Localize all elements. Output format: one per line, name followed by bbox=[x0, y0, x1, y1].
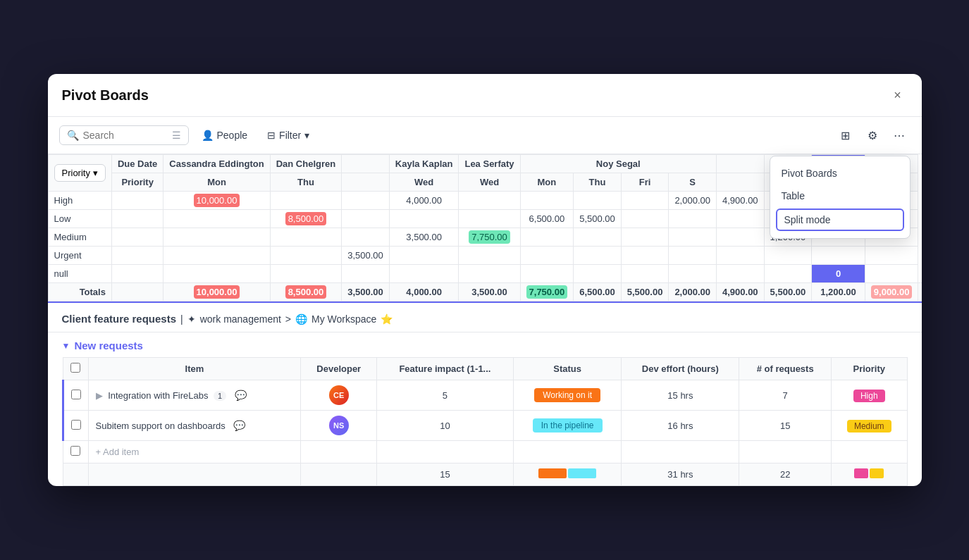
cell: 5,500.00 bbox=[621, 283, 669, 301]
cell bbox=[111, 265, 163, 283]
priority-filter-cell: Priority ▾ bbox=[48, 155, 111, 192]
cell bbox=[163, 228, 270, 247]
window-header: Pivot Boards × bbox=[48, 74, 922, 117]
section-toggle[interactable]: ▼ New requests bbox=[62, 340, 908, 351]
search-input[interactable] bbox=[83, 130, 168, 141]
people-button[interactable]: 👤 People bbox=[195, 126, 255, 144]
dropdown-item-split-mode[interactable]: Split mode bbox=[776, 209, 904, 231]
s-noy: S bbox=[669, 173, 717, 192]
cell bbox=[865, 265, 918, 283]
priority-cell: High bbox=[832, 380, 907, 411]
cell bbox=[621, 265, 669, 283]
cell bbox=[459, 192, 520, 210]
requests-col-header: # of requests bbox=[739, 358, 832, 380]
priority-badge: Medium bbox=[847, 420, 891, 433]
cell: 5,500.00 bbox=[574, 210, 622, 228]
chevron-down-icon: ▾ bbox=[93, 168, 98, 178]
search-box[interactable]: 🔍 ☰ bbox=[59, 125, 189, 145]
table-row: Urgent 3,500.00 bbox=[48, 247, 922, 265]
cell: 10,000.00 bbox=[163, 283, 270, 301]
filter-button[interactable]: ⊟ Filter ▾ bbox=[260, 126, 316, 144]
board-table: Item Developer Feature impact (1-1... St… bbox=[62, 357, 908, 486]
feature-impact-cell: 5 bbox=[377, 380, 514, 411]
cell bbox=[459, 265, 520, 283]
cell: 3,500.00 bbox=[342, 247, 390, 265]
cell bbox=[88, 463, 301, 486]
developer-cell: CE bbox=[301, 380, 377, 411]
cell bbox=[163, 247, 270, 265]
cell: 0 bbox=[812, 265, 865, 283]
dropdown-item-table[interactable]: Table bbox=[770, 185, 910, 207]
wed-kayla: Wed bbox=[389, 173, 459, 192]
layout-button[interactable]: ⊞ bbox=[834, 124, 857, 147]
cell bbox=[389, 210, 459, 228]
priority-sub-header: Priority bbox=[111, 173, 163, 192]
bar-yellow bbox=[870, 468, 884, 478]
priority-medium-cell: Medium bbox=[48, 228, 111, 247]
priority-badge: High bbox=[853, 390, 885, 402]
board-header: Client feature requests | ✦ work managem… bbox=[48, 303, 922, 332]
search-icon: 🔍 bbox=[67, 130, 79, 141]
row-checkbox[interactable] bbox=[71, 390, 81, 399]
people-icon: 👤 bbox=[202, 130, 214, 141]
cell bbox=[163, 265, 270, 283]
section-label: New requests bbox=[74, 340, 143, 351]
settings-button[interactable]: ⚙ bbox=[861, 124, 884, 147]
totals-bar bbox=[538, 468, 596, 478]
cell bbox=[520, 247, 574, 265]
blank-header1 bbox=[342, 155, 390, 173]
status-cell: In the pipeline bbox=[513, 411, 622, 441]
status-total-cell bbox=[513, 463, 622, 486]
add-item-button[interactable]: + Add item bbox=[96, 442, 140, 461]
totals-row: 15 31 hrs 22 bbox=[63, 463, 907, 486]
fri-noy: Fri bbox=[621, 173, 669, 192]
add-item-cell[interactable]: + Add item bbox=[88, 441, 301, 463]
dev-effort-cell: 15 hrs bbox=[622, 380, 739, 411]
window-title: Pivot Boards bbox=[62, 87, 149, 104]
comment-icon[interactable]: 💬 bbox=[235, 390, 247, 401]
cell bbox=[621, 247, 669, 265]
cell: 3,500.00 bbox=[459, 283, 520, 301]
select-all-checkbox[interactable] bbox=[70, 363, 80, 373]
priority-filter-button[interactable]: Priority ▾ bbox=[54, 164, 106, 182]
cell bbox=[520, 265, 574, 283]
comment-icon[interactable]: 💬 bbox=[233, 420, 245, 431]
cell bbox=[270, 192, 342, 210]
status-badge: Working on it bbox=[534, 388, 600, 402]
cell bbox=[389, 265, 459, 283]
priority-totals-bar bbox=[854, 468, 884, 478]
item-name: Integration with FireLabs bbox=[108, 390, 208, 401]
table-row: ▶ Integration with FireLabs 1 💬 CE 5 Wor… bbox=[63, 380, 907, 411]
close-button[interactable]: × bbox=[888, 85, 908, 105]
filter-icon: ⊟ bbox=[267, 130, 276, 141]
cell bbox=[669, 210, 717, 228]
total-value: 8,500.00 bbox=[285, 285, 327, 299]
add-row-checkbox[interactable] bbox=[70, 446, 80, 456]
cell bbox=[111, 210, 163, 228]
cell bbox=[389, 247, 459, 265]
avatar: CE bbox=[329, 385, 349, 405]
avatar: NS bbox=[329, 416, 349, 435]
cell bbox=[574, 192, 622, 210]
cell bbox=[270, 228, 342, 247]
noy-header: Noy Segal bbox=[520, 155, 716, 173]
cell bbox=[342, 228, 390, 247]
blank-header2 bbox=[716, 155, 764, 173]
status-cell: Working on it bbox=[513, 380, 622, 411]
checkbox-cell bbox=[63, 411, 88, 441]
cell bbox=[270, 247, 342, 265]
cell: 4,900.00 bbox=[716, 283, 764, 301]
more-button[interactable]: ⋯ bbox=[888, 124, 911, 147]
expand-icon[interactable]: ▶ bbox=[96, 390, 103, 401]
cell bbox=[669, 247, 717, 265]
developer-cell: NS bbox=[301, 411, 377, 441]
bar-pink bbox=[854, 468, 868, 478]
checkbox-cell bbox=[63, 380, 88, 411]
toolbar: 🔍 ☰ 👤 People ⊟ Filter ▾ ⊞ ⚙ ⋯ Pivot Boar… bbox=[48, 117, 922, 154]
board-table-header-row: Item Developer Feature impact (1-1... St… bbox=[63, 358, 907, 380]
lea-header: Lea Serfaty bbox=[459, 155, 520, 173]
dropdown-item-pivot-boards[interactable]: Pivot Boards bbox=[770, 162, 910, 185]
row-checkbox[interactable] bbox=[71, 420, 81, 430]
cell bbox=[574, 247, 622, 265]
cell: 4,900.00 bbox=[716, 192, 764, 210]
